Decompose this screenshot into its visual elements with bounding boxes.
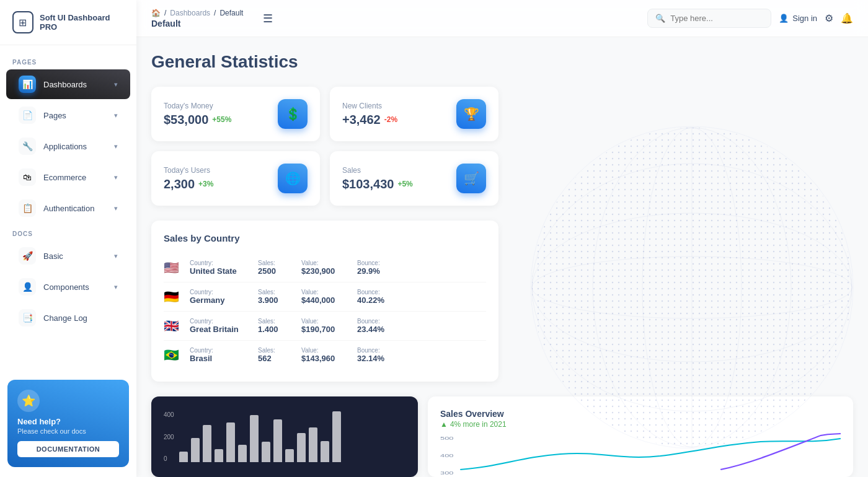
sidebar-item-changelog[interactable]: 📑 Change Log: [6, 303, 130, 333]
sidebar-item-authentication[interactable]: 📋 Authentication ▾: [6, 193, 130, 223]
settings-icon[interactable]: ⚙: [825, 12, 833, 24]
sales-country-title: Sales by Country: [164, 233, 486, 243]
help-title: Need help?: [17, 417, 119, 426]
stat-value-sales: $103,430 +5%: [342, 177, 413, 191]
bar-4: [215, 449, 223, 463]
documentation-button[interactable]: DOCUMENTATION: [17, 441, 119, 457]
logo-icon: ⊞: [12, 11, 33, 33]
country-value-gb: $190,700: [301, 325, 357, 334]
bar-3: [203, 425, 211, 462]
components-icon: 👤: [19, 278, 36, 295]
breadcrumb-nav: 🏠 / Dashboards / Default: [151, 9, 243, 17]
sidebar-item-ecommerce[interactable]: 🛍 Ecommerce ▾: [6, 162, 130, 192]
country-value-br: $143,960: [301, 354, 357, 363]
breadcrumb-home-icon: 🏠: [151, 9, 161, 17]
sidebar-label-pages: Pages: [43, 111, 107, 120]
bar-8: [262, 442, 270, 462]
bar-9: [273, 419, 282, 462]
col-label-country: Country:: [190, 260, 258, 266]
authentication-icon: 📋: [19, 199, 36, 217]
bar-11: [297, 433, 306, 462]
flag-br: 🇧🇷: [164, 349, 181, 361]
y-label-400: 400: [164, 411, 174, 418]
pages-icon: 📄: [19, 107, 36, 124]
country-sales-br: 562: [258, 354, 301, 363]
search-box: 🔍: [647, 9, 771, 28]
charts-row: 400 200 0: [151, 396, 853, 477]
stat-icon-users: 🌐: [278, 164, 308, 193]
y-label-200: 200: [164, 434, 174, 440]
svg-point-4: [532, 213, 852, 362]
stat-icon-money: 💲: [278, 99, 308, 129]
stat-value-clients: +3,462 -2%: [342, 113, 397, 127]
sidebar-label-ecommerce: Ecommerce: [43, 173, 107, 182]
sidebar-item-dashboards[interactable]: 📊 Dashboards ▾: [6, 69, 130, 99]
menu-toggle-icon[interactable]: ☰: [263, 12, 273, 25]
stat-value-users: 2,300 +3%: [164, 177, 213, 191]
sidebar-label-authentication: Authentication: [43, 204, 107, 213]
sidebar-item-basic[interactable]: 🚀 Basic ▾: [6, 241, 130, 271]
sidebar-logo: ⊞ Soft UI Dashboard PRO: [0, 0, 136, 45]
breadcrumb-title: Default: [151, 19, 243, 28]
country-row-br: 🇧🇷 Country: Brasil Sales: 562 Value: $14…: [164, 341, 486, 369]
bar-6: [238, 445, 247, 462]
stat-card-sales: Sales $103,430 +5% 🛒: [330, 151, 498, 206]
sales-by-country-card: Sales by Country 🇺🇸 Country: United Stat…: [151, 221, 498, 382]
country-bounce-gb: 23.44%: [357, 325, 401, 334]
notifications-icon[interactable]: 🔔: [841, 12, 853, 24]
breadcrumb-dashboards-link[interactable]: Dashboards: [170, 9, 210, 17]
country-name-us: United State: [190, 266, 258, 276]
country-row-de: 🇩🇪 Country: Germany Sales: 3.900 Value: …: [164, 282, 486, 312]
stat-badge-sales: +5%: [397, 180, 412, 188]
flag-gb: 🇬🇧: [164, 320, 181, 332]
app-name: Soft UI Dashboard PRO: [40, 13, 124, 32]
dashboards-icon: 📊: [19, 76, 36, 93]
sidebar-label-changelog: Change Log: [43, 313, 118, 323]
sales-overview-trend: ▲ 4% more in 2021: [440, 420, 841, 429]
stat-label-users: Today's Users: [164, 166, 213, 175]
search-icon: 🔍: [655, 14, 665, 23]
signin-button[interactable]: 👤 Sign in: [779, 14, 817, 23]
content-wrapper: // This won't execute in SVG, dots added…: [151, 52, 853, 477]
section-docs-label: DOCS: [0, 224, 136, 240]
stat-label-clients: New Clients: [342, 102, 397, 110]
country-name-gb: Great Britain: [190, 325, 258, 334]
flag-us: 🇺🇸: [164, 261, 181, 274]
country-row-gb: 🇬🇧 Country: Great Britain Sales: 1.400 V…: [164, 312, 486, 341]
sales-overview-card: Sales Overview ▲ 4% more in 2021: [428, 396, 853, 477]
signin-label: Sign in: [792, 14, 817, 23]
country-bounce-us: 29.9%: [357, 266, 401, 276]
content-area: // This won't execute in SVG, dots added…: [136, 37, 868, 477]
sidebar-item-pages[interactable]: 📄 Pages ▾: [6, 100, 130, 130]
sidebar-item-components[interactable]: 👤 Components ▾: [6, 272, 130, 302]
ecommerce-icon: 🛍: [19, 168, 36, 186]
stat-label-sales: Sales: [342, 166, 413, 175]
svg-text:400: 400: [440, 453, 454, 458]
search-input[interactable]: [670, 14, 763, 23]
bar-5: [226, 422, 235, 463]
stat-badge-clients: -2%: [384, 115, 397, 124]
flag-de: 🇩🇪: [164, 291, 181, 303]
sales-chart-area: 500 400 300: [440, 432, 841, 476]
page-title: General Statistics: [151, 52, 853, 72]
sidebar-nav: PAGES 📊 Dashboards ▾ 📄 Pages ▾ 🔧 Applica…: [0, 45, 136, 370]
country-sales-us: 2500: [258, 266, 301, 276]
sidebar-label-dashboards: Dashboards: [43, 80, 107, 89]
bar-7: [250, 415, 259, 462]
stat-icon-clients: 🏆: [456, 99, 486, 129]
breadcrumb: 🏠 / Dashboards / Default Default: [151, 9, 243, 28]
user-icon: 👤: [779, 14, 789, 23]
svg-point-3: [532, 256, 852, 318]
sidebar-item-applications[interactable]: 🔧 Applications ▾: [6, 131, 130, 161]
country-value-us: $230,900: [301, 266, 357, 276]
stat-badge-money: +55%: [212, 115, 231, 124]
bar-10: [285, 449, 294, 463]
country-sales-de: 3.900: [258, 295, 301, 305]
country-sales-gb: 1.400: [258, 325, 301, 334]
country-bounce-br: 32.14%: [357, 354, 401, 363]
bar-2: [191, 438, 200, 462]
help-subtitle: Please check our docs: [17, 427, 119, 435]
country-row-us: 🇺🇸 Country: United State Sales: 2500 Val…: [164, 253, 486, 282]
section-pages-label: PAGES: [0, 53, 136, 68]
country-value-de: $440,000: [301, 295, 357, 305]
